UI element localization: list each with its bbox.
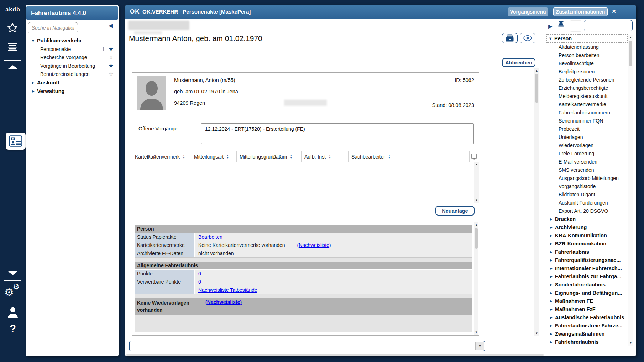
tree-item[interactable]: Seriennummer FQN [546, 117, 628, 125]
tree-group[interactable]: Fahrlehrerlaubnis [546, 338, 628, 346]
tree-item[interactable]: Erziehungsberechtigte [546, 84, 628, 92]
nav-item[interactable]: Personenakte 1 [26, 45, 119, 53]
tree-item[interactable]: Vorgangshistorie [546, 182, 628, 190]
column-header[interactable]: Karteikartenvermerk [132, 151, 144, 162]
sort-icon[interactable] [226, 155, 229, 159]
detail-link[interactable]: 0 [198, 279, 201, 285]
horizontal-scrollbar[interactable] [126, 354, 544, 356]
tree-item[interactable]: Zu begleitende Personen [546, 76, 628, 84]
panel-search-input[interactable] [584, 20, 633, 31]
bottom-combobox-input[interactable] [132, 342, 474, 350]
tree-item[interactable]: Melderegisterauskunft [546, 92, 628, 100]
dropdown-icon[interactable]: ▼ [475, 342, 484, 350]
help-icon[interactable]: ? [0, 322, 26, 335]
scrollbar-thumb[interactable] [629, 41, 632, 66]
tree-group[interactable]: Ausländische Fahrerlaubnis [546, 313, 628, 321]
tree-group[interactable]: KBA-Kommunikation [546, 231, 628, 239]
column-header[interactable]: Mitteilungsart [191, 151, 237, 162]
scroll-up-icon[interactable]: ▲ [474, 223, 478, 227]
scroll-down-icon[interactable]: ▼ [534, 332, 539, 335]
favorites-star-icon[interactable] [7, 22, 18, 35]
tree-group[interactable]: Fahrerlaubnisfreie Fahrze... [546, 321, 628, 330]
nav-group-auskunft[interactable]: Auskunft [26, 78, 119, 87]
expand-right-icon[interactable]: ▶ [548, 23, 553, 30]
cancel-button[interactable]: Abbrechen [502, 58, 535, 67]
tree-group[interactable]: Internationaler Führersch... [546, 264, 628, 272]
settings-gears-icon-small[interactable]: ⚙ [13, 283, 20, 290]
column-header[interactable]: Datum [269, 151, 302, 162]
tree-group[interactable]: Maßnahmen FzF [546, 305, 628, 313]
chevron-up-icon[interactable] [8, 65, 17, 69]
nav-group-publikumsverkehr[interactable]: Publikumsverkehr [26, 36, 119, 45]
scroll-up-icon[interactable]: ▲ [628, 36, 633, 39]
tree-item[interactable]: Wiedervorlagen [546, 141, 628, 149]
detail-link[interactable]: Bearbeiten [198, 234, 222, 240]
tree-item[interactable]: Export Art. 20 DSGVO [546, 207, 628, 215]
scroll-down-icon[interactable]: ▼ [628, 341, 633, 345]
nav-search-input[interactable] [28, 22, 78, 33]
favorite-star-icon[interactable] [108, 71, 114, 77]
column-header[interactable]: Aufb.-frist [302, 151, 349, 162]
pin-icon[interactable] [557, 21, 565, 32]
user-icon[interactable] [7, 306, 19, 320]
column-header[interactable]: Sachbearbeiter [349, 151, 391, 162]
scroll-down-icon[interactable]: ▼ [474, 331, 478, 334]
detail-link[interactable]: (Nachweisliste) [297, 242, 331, 248]
tree-group[interactable]: Archivierung [546, 223, 628, 231]
tree-group[interactable]: Zwangsmaßnahmen [546, 330, 628, 338]
new-entry-button[interactable]: Neuanlage [435, 206, 475, 216]
column-config-icon[interactable] [470, 151, 479, 162]
detail-link[interactable]: 0 [198, 271, 201, 276]
details-scrollbar[interactable]: ▲ ▼ [474, 222, 478, 335]
tree-group[interactable]: Eignungs- und Befähigun... [546, 289, 628, 297]
tree-item[interactable]: Probezeit [546, 125, 628, 133]
toolbar-box[interactable] [570, 21, 581, 31]
column-header[interactable]: P [144, 151, 191, 162]
panel-scrollbar[interactable]: ▲ ▼ [628, 35, 633, 346]
content-scrollbar[interactable]: ▲ ▼ [534, 68, 539, 336]
tree-group[interactable]: Drucken [546, 215, 628, 223]
sort-icon[interactable] [388, 155, 391, 159]
scroll-up-icon[interactable]: ▲ [474, 163, 479, 166]
tree-group[interactable]: Fahrerlaubnis [546, 248, 628, 256]
tree-group[interactable]: Fahrerqualifizierungsnac... [546, 256, 628, 264]
collapse-left-icon[interactable]: ◀ [109, 23, 113, 29]
nav-group-verwaltung[interactable]: Verwaltung [26, 87, 119, 95]
nachweisliste-link[interactable]: (Nachweisliste) [205, 299, 242, 305]
tree-item[interactable]: Person bearbeiten [546, 51, 628, 59]
close-icon[interactable]: × [612, 7, 616, 16]
tree-root-person[interactable]: Person [546, 34, 628, 43]
tree-item[interactable]: Bilddaten Digant [546, 190, 628, 198]
scroll-up-icon[interactable]: ▲ [534, 69, 539, 72]
sort-icon[interactable] [153, 155, 156, 159]
tree-item[interactable]: Begleitpersonen [546, 67, 628, 76]
nav-item[interactable]: Vorgänge in Bearbeitung [26, 62, 119, 70]
tree-group[interactable]: Maßnahmen FE [546, 297, 628, 305]
favorite-star-icon[interactable] [108, 63, 114, 69]
tree-item[interactable]: E-Mail versenden [546, 157, 628, 166]
nav-item[interactable]: Benutzereinstellungen [26, 70, 119, 79]
tree-item[interactable]: Karteikartenvermerke [546, 100, 628, 108]
tree-item[interactable]: Unterlagen [546, 133, 628, 141]
tree-item[interactable]: Auskunft Forderungen [546, 198, 628, 207]
scroll-down-icon[interactable]: ▼ [474, 198, 479, 202]
zusatzinformationen-button[interactable]: Zusatzinformationen [553, 7, 608, 16]
settings-gears-icon[interactable]: ⚙ [4, 287, 14, 298]
column-header[interactable]: Mitteilungsgrund [237, 151, 269, 162]
favorite-star-icon[interactable] [108, 46, 114, 52]
bottom-combobox[interactable]: ▼ [129, 341, 485, 351]
nav-item[interactable]: Recherche Vorgänge [26, 53, 119, 62]
tree-group[interactable]: Sonderfahrerlaubnis [546, 280, 628, 289]
sort-icon[interactable] [329, 155, 331, 159]
open-cases-value[interactable]: 12.12.2024 - ERT(17520) - Ersterteilung … [201, 123, 474, 144]
detail-link[interactable]: Nachweisliste Tatbestände [198, 287, 257, 293]
table-scrollbar[interactable]: ▲ ▼ [474, 162, 479, 203]
preview-button[interactable] [520, 33, 535, 43]
vorgangsmenu-button[interactable]: Vorgangsmenü [508, 7, 548, 16]
tree-item[interactable]: Freie Forderung [546, 149, 628, 157]
tree-group[interactable]: Fahrerlaubnis zur Fahrga... [546, 272, 628, 280]
chevron-down-icon[interactable] [8, 272, 17, 275]
tree-item[interactable]: SMS versenden [546, 166, 628, 174]
tree-group[interactable]: BZR-Kommunikation [546, 239, 628, 248]
list-icon[interactable] [8, 43, 17, 53]
